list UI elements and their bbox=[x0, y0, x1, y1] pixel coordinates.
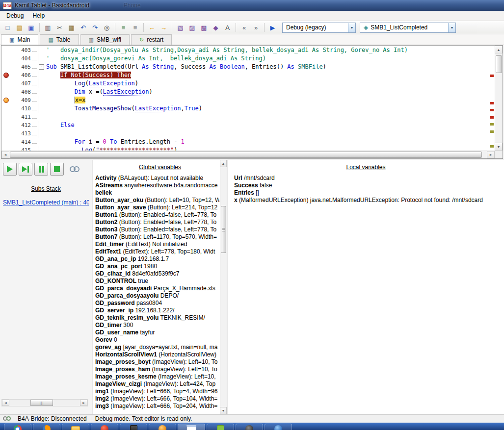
scroll-right-button[interactable]: ► bbox=[80, 400, 87, 406]
save-file-button[interactable]: ▣ bbox=[26, 22, 37, 33]
taskbar-firefox[interactable] bbox=[33, 424, 60, 430]
cut-button[interactable]: ✂ bbox=[54, 22, 65, 33]
font-size-button[interactable]: A bbox=[222, 22, 233, 33]
paste-button[interactable]: ▦ bbox=[66, 22, 77, 33]
variable-row[interactable]: GD_server_ip 192.168.1.222/ bbox=[95, 307, 219, 314]
breakpoint-margin[interactable] bbox=[1, 104, 11, 113]
code-text[interactable]: x=x bbox=[38, 96, 495, 104]
indent-button[interactable]: » bbox=[250, 22, 262, 33]
taskbar-opera[interactable] bbox=[91, 424, 118, 430]
code-text[interactable] bbox=[38, 113, 495, 121]
scroll-up-button[interactable]: ▲ bbox=[495, 46, 503, 53]
bridge-link-icon[interactable] bbox=[70, 166, 82, 173]
vertical-scroll-thumb[interactable] bbox=[496, 55, 502, 73]
scroll-down-button[interactable]: ▼ bbox=[495, 143, 503, 151]
variable-row[interactable]: img1 (ImageView): Left=666, Top=4, Width… bbox=[95, 388, 219, 395]
menu-help[interactable]: Help bbox=[28, 11, 49, 20]
code-text[interactable] bbox=[38, 129, 495, 138]
taskbar-basic4android-window[interactable] bbox=[178, 424, 205, 430]
variable-row[interactable]: GD_parca_dosyaadi Parça_X_Hammade.xls bbox=[95, 285, 219, 292]
breakpoint-icon[interactable] bbox=[3, 73, 9, 78]
variable-row[interactable]: gorev_ag [ayar_dosya=ayar.txt, main=null… bbox=[95, 344, 219, 351]
tab-main[interactable]: ▣Main bbox=[1, 34, 38, 45]
variable-row[interactable]: GD_user_name tayfur bbox=[95, 329, 219, 336]
tab-restart[interactable]: ↻restart bbox=[131, 34, 172, 45]
variable-row[interactable]: GD_ana_pc_port 1980 bbox=[95, 263, 219, 270]
scroll-right-button[interactable]: ► bbox=[487, 151, 495, 158]
subs-horizontal-scrollbar[interactable]: ◄ ||| ► bbox=[1, 399, 88, 406]
code-text[interactable]: ' dosya_indir(Dosya_yolu As String,Dosya… bbox=[38, 46, 495, 54]
variable-row[interactable]: Image_proses_kesme (ImageView): Left=10, bbox=[95, 373, 219, 380]
scroll-left-button[interactable]: ◄ bbox=[2, 400, 9, 406]
variable-row[interactable]: bellek bbox=[95, 189, 219, 197]
resume-button[interactable] bbox=[3, 163, 17, 176]
taskbar-android-emulator[interactable] bbox=[207, 424, 234, 430]
editor-horizontal-scrollbar[interactable]: ◄ ► bbox=[1, 151, 495, 158]
taskbar-media-app[interactable] bbox=[236, 424, 263, 430]
taskbar-internet-explorer[interactable] bbox=[265, 424, 292, 430]
undo-button[interactable]: ↶ bbox=[78, 22, 89, 33]
variable-row[interactable]: GD_parca_dosyaayolu DEPO/ bbox=[95, 292, 219, 300]
bookmark-button[interactable]: ◆ bbox=[210, 22, 221, 33]
variable-row[interactable]: x (MalformedURLException) java.net.Malfo… bbox=[234, 197, 502, 204]
code-fold-toggle[interactable]: - bbox=[39, 64, 44, 70]
breakpoint-margin[interactable] bbox=[1, 88, 11, 96]
code-text[interactable]: ' dosya_ac(Dosya_gorevi As Int, bellek_d… bbox=[38, 54, 495, 63]
menu-debug[interactable]: Debug bbox=[2, 11, 28, 20]
breakpoint-margin[interactable] bbox=[1, 138, 11, 146]
open-file-button[interactable]: ▤ bbox=[14, 22, 25, 33]
code-text[interactable]: -Sub SMB1_ListCompleted(Url As String, S… bbox=[38, 63, 495, 71]
pause-button[interactable] bbox=[34, 163, 48, 176]
navigate-forward-button[interactable]: → bbox=[158, 22, 169, 33]
code-text[interactable]: Log(LastException) bbox=[38, 79, 495, 88]
breakpoint-margin[interactable] bbox=[1, 129, 11, 138]
editor-vertical-scrollbar[interactable]: ▲ ▼ bbox=[495, 46, 503, 151]
breakpoint-margin[interactable] bbox=[1, 96, 11, 104]
horizontal-scroll-thumb[interactable]: ||| bbox=[30, 400, 53, 406]
vertical-scroll-thumb[interactable] bbox=[221, 206, 226, 253]
scroll-up-button[interactable]: ▲ bbox=[220, 160, 227, 167]
variable-row[interactable]: Edit_timer (EditText) Not initialized bbox=[95, 241, 219, 248]
breakpoint-margin[interactable] bbox=[1, 113, 11, 121]
code-text[interactable]: Dim x =(LastException) bbox=[38, 88, 495, 96]
stop-button[interactable] bbox=[50, 163, 64, 176]
redo-button[interactable]: ↷ bbox=[89, 22, 101, 33]
code-text[interactable]: For i = 0 To Entries.Length - 1 bbox=[38, 138, 495, 146]
navigate-back-button[interactable]: ← bbox=[146, 22, 158, 33]
variable-row[interactable]: Button7 (Button): Left=1170, Top=570, Wi… bbox=[95, 233, 219, 241]
taskbar-file-explorer[interactable] bbox=[62, 424, 89, 430]
uncomment-button[interactable]: ▨ bbox=[186, 22, 198, 33]
code-area[interactable]: 403' dosya_indir(Dosya_yolu As String,Do… bbox=[1, 46, 495, 151]
variable-row[interactable]: AStreams anywheresoftware.b4a.randomacce bbox=[95, 182, 219, 189]
variable-row[interactable]: Url /mnt/sdcard bbox=[234, 175, 502, 182]
module-select[interactable]: ◈ SMB1_ListCompleted ▼ bbox=[360, 23, 456, 33]
scroll-down-button[interactable]: ▼ bbox=[220, 407, 227, 414]
step-over-button[interactable] bbox=[19, 163, 32, 176]
outdent-button[interactable]: « bbox=[239, 22, 250, 33]
code-editor[interactable]: 403' dosya_indir(Dosya_yolu As String,Do… bbox=[1, 45, 503, 159]
variable-row[interactable]: Image_proses_boyt (ImageView): Left=10, … bbox=[95, 358, 219, 366]
tab-smb_wifi[interactable]: ▥SMB_wifi bbox=[80, 34, 130, 45]
variable-row[interactable]: Success false bbox=[234, 182, 502, 189]
variable-row[interactable]: img3 (ImageView): Left=666, Top=204, Wid… bbox=[95, 403, 219, 410]
smart-comment-button[interactable]: ▩ bbox=[198, 22, 210, 33]
variable-row[interactable]: GD_timer 300 bbox=[95, 322, 219, 329]
variable-row[interactable]: Image_proses_ham (ImageView): Left=10, T… bbox=[95, 366, 219, 373]
variable-row[interactable]: EditText1 (EditText): Left=778, Top=180,… bbox=[95, 248, 219, 255]
variable-row[interactable]: GD_teknik_resim_yolu TEKNIK_RESIM/ bbox=[95, 314, 219, 322]
subs-stack-entry[interactable]: SMB1_ListCompleted (main) : 409 bbox=[3, 199, 89, 206]
code-text[interactable]: If Not(Success) Then bbox=[38, 71, 495, 79]
variable-row[interactable]: GD_cihaz_id 8d4ef0afd539f9c7 bbox=[95, 270, 219, 278]
taskbar-chrome[interactable] bbox=[4, 424, 31, 430]
breakpoint-margin[interactable] bbox=[1, 146, 11, 151]
new-file-button[interactable]: □ bbox=[2, 22, 13, 33]
breakpoint-margin[interactable] bbox=[1, 54, 11, 63]
copy-button[interactable]: ▥ bbox=[42, 22, 53, 33]
horizontal-scroll-thumb[interactable] bbox=[10, 152, 482, 158]
taskbar-package-app[interactable] bbox=[120, 424, 147, 430]
variable-row[interactable]: HorizontalScrollView1 (HorizontalScrollV… bbox=[95, 351, 219, 358]
variable-row[interactable]: Activity (BALayout): Layout not availabl… bbox=[95, 175, 219, 182]
variable-row[interactable]: Gorev 0 bbox=[95, 336, 219, 344]
comment-button[interactable]: ▧ bbox=[175, 22, 186, 33]
variable-row[interactable]: Entries [] bbox=[234, 189, 502, 197]
